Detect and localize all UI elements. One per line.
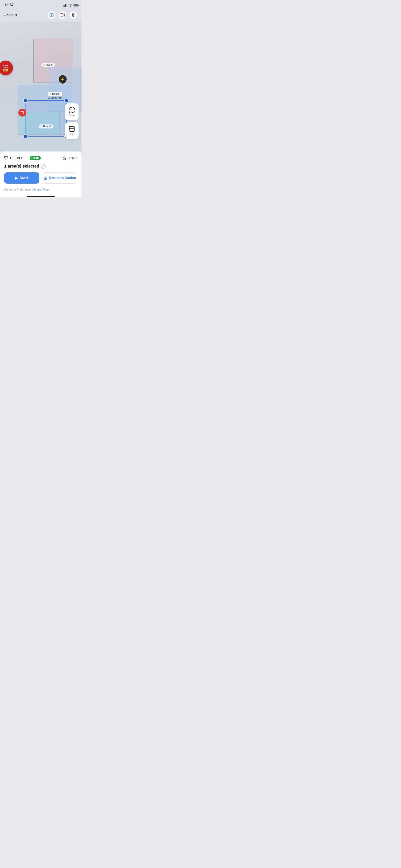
return-label: Return to Station — [49, 176, 76, 180]
station-return-icon — [43, 176, 47, 180]
map-container[interactable]: Room Room2 Room1 ⚡ 3.0mx2.6m — [0, 22, 82, 151]
svg-rect-15 — [21, 112, 24, 114]
black-friday-line2: Friday — [3, 67, 8, 69]
nav-back[interactable]: ‹ Zoomit — [4, 13, 17, 17]
svg-rect-2 — [65, 4, 66, 7]
black-friday-sale: SALE — [3, 69, 8, 71]
charging-icon: ⚡ — [61, 77, 65, 81]
return-to-station-button[interactable]: Return to Station — [42, 172, 77, 184]
svg-rect-6 — [78, 5, 79, 6]
svg-rect-0 — [63, 5, 64, 7]
help-icon[interactable]: ? — [41, 164, 45, 168]
action-buttons: ▶ Start Return to Station — [4, 172, 77, 184]
start-label: Start — [20, 176, 28, 180]
zone-tool-icon — [69, 107, 75, 113]
bottom-panel: 🛡 DEEBOT · 100 Station 1 area(s) selecte… — [0, 151, 82, 197]
svg-rect-27 — [36, 157, 38, 159]
status-bar: 12:57 28 — [0, 0, 82, 9]
room-dot — [43, 64, 45, 66]
map-tool-label: Map — [69, 133, 74, 135]
charging-triangle — [61, 83, 64, 84]
black-friday-line1: Black — [3, 64, 8, 67]
shield-icon: 🛡 — [4, 156, 8, 160]
start-button[interactable]: ▶ Start — [4, 172, 39, 184]
station-link[interactable]: Station — [62, 156, 77, 160]
svg-rect-13 — [60, 13, 63, 16]
home-indicator — [27, 196, 55, 197]
trash-icon — [21, 111, 24, 115]
battery-value: 100 — [31, 157, 35, 160]
deebot-left: 🛡 DEEBOT · 100 — [4, 156, 41, 160]
room-label-room2[interactable]: Room2 — [48, 92, 62, 96]
zone-handle-tr[interactable] — [64, 99, 68, 103]
settings-button[interactable] — [69, 11, 77, 19]
settings-icon — [71, 13, 75, 17]
separator-dot: · — [26, 156, 27, 160]
area-selected-row: 1 area(s) selected ? — [4, 164, 77, 168]
battery-icon: 28 — [73, 4, 77, 7]
black-friday-badge[interactable]: Black Friday SALE — [0, 61, 13, 75]
back-chevron: ‹ — [4, 13, 5, 17]
battery-badge: 100 — [30, 156, 41, 160]
battery-full-icon — [36, 157, 39, 159]
map-tool-button[interactable]: Map — [65, 122, 79, 139]
play-icon: ▶ — [15, 176, 18, 180]
delete-zone-button[interactable] — [19, 108, 26, 117]
svg-point-14 — [73, 14, 74, 16]
status-icons: 28 — [63, 4, 77, 7]
station-label: Station — [67, 156, 77, 160]
tool-panel: Zone Map — [65, 103, 79, 139]
robot-name: DEEBOT — [10, 156, 24, 160]
svg-point-12 — [51, 14, 52, 16]
zone-tool-label: Zone — [69, 114, 74, 117]
nav-bar: ‹ Zoomit — [0, 9, 82, 22]
video-icon — [60, 13, 65, 17]
svg-rect-1 — [64, 5, 65, 7]
nav-title: Zoomit — [6, 13, 17, 17]
cleaning-pref-link[interactable]: Vac and Mop — [32, 188, 49, 191]
cleaning-pref-prefix: Cleaning Preference — [4, 188, 31, 191]
video-button[interactable] — [59, 11, 66, 19]
status-time: 12:57 — [4, 3, 14, 7]
charging-station[interactable]: ⚡ — [59, 75, 67, 84]
locator-button[interactable] — [48, 11, 56, 19]
zone-tool-button[interactable]: Zone — [65, 103, 79, 120]
zone-dimensions: 3.0mx2.6m — [48, 96, 62, 99]
deebot-row: 🛡 DEEBOT · 100 Station — [4, 156, 77, 160]
cleaning-preference-hint: Cleaning Preference Vac and Mop — [4, 188, 77, 194]
locator-icon — [49, 13, 54, 17]
nav-actions — [48, 11, 77, 19]
home-icon — [62, 156, 66, 160]
battery-level: 28 — [75, 4, 77, 6]
charging-circle: ⚡ — [59, 75, 67, 83]
room-label-room[interactable]: Room — [41, 63, 55, 67]
zone-handle-tl[interactable] — [23, 99, 28, 103]
map-tool-icon — [69, 126, 75, 132]
svg-rect-28 — [38, 157, 39, 159]
room2-dot — [50, 93, 51, 95]
svg-rect-3 — [66, 4, 67, 7]
zone-handle-bl[interactable] — [23, 134, 28, 138]
zone-selection-box[interactable] — [25, 100, 67, 137]
area-selected-text: 1 area(s) selected — [4, 164, 39, 168]
signal-icon — [63, 4, 67, 7]
wifi-icon — [68, 4, 72, 7]
